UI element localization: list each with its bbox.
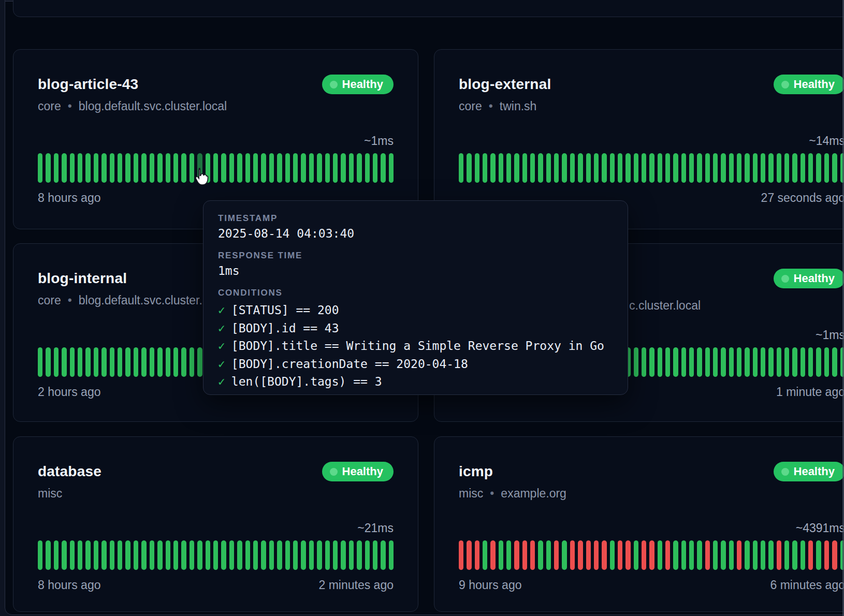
status-bar[interactable] bbox=[213, 540, 218, 570]
status-bar[interactable] bbox=[197, 540, 202, 570]
status-bar[interactable] bbox=[38, 153, 42, 183]
status-bar[interactable] bbox=[38, 347, 42, 377]
status-bar[interactable] bbox=[792, 540, 797, 570]
status-bar[interactable] bbox=[78, 347, 82, 377]
status-bar[interactable] bbox=[554, 540, 559, 570]
service-card-icmp[interactable]: icmp Healthy misc • example.org ~4391ms … bbox=[434, 436, 844, 612]
status-bar[interactable] bbox=[649, 540, 654, 570]
status-bar[interactable] bbox=[490, 540, 495, 570]
status-bar[interactable] bbox=[94, 153, 98, 183]
status-bar[interactable] bbox=[649, 347, 654, 377]
status-bar[interactable] bbox=[38, 540, 42, 570]
status-bar[interactable] bbox=[673, 153, 678, 183]
status-bar[interactable] bbox=[586, 153, 591, 183]
status-bar[interactable] bbox=[357, 153, 361, 183]
status-bar[interactable] bbox=[46, 540, 50, 570]
status-bar[interactable] bbox=[54, 153, 59, 183]
status-bar[interactable] bbox=[118, 153, 122, 183]
status-bar[interactable] bbox=[475, 540, 479, 570]
status-bar[interactable] bbox=[70, 153, 75, 183]
status-bar[interactable] bbox=[125, 153, 130, 183]
status-bar[interactable] bbox=[229, 540, 234, 570]
status-bar[interactable] bbox=[808, 153, 813, 183]
status-bar[interactable] bbox=[253, 153, 258, 183]
status-bar[interactable] bbox=[665, 153, 670, 183]
status-bar[interactable] bbox=[157, 540, 162, 570]
status-bar[interactable] bbox=[768, 153, 773, 183]
status-bar[interactable] bbox=[634, 347, 638, 377]
status-bar[interactable] bbox=[173, 347, 178, 377]
status-bar[interactable] bbox=[166, 540, 170, 570]
status-bar[interactable] bbox=[349, 540, 354, 570]
status-bar[interactable] bbox=[673, 347, 678, 377]
status-bar[interactable] bbox=[808, 347, 813, 377]
status-bar[interactable] bbox=[166, 153, 170, 183]
status-bar[interactable] bbox=[333, 540, 338, 570]
status-bar[interactable] bbox=[705, 347, 710, 377]
status-bar[interactable] bbox=[221, 540, 226, 570]
status-bar[interactable] bbox=[134, 347, 138, 377]
status-bar[interactable] bbox=[157, 347, 162, 377]
status-bar[interactable] bbox=[46, 153, 50, 183]
status-bar[interactable] bbox=[85, 347, 90, 377]
status-bar[interactable] bbox=[562, 153, 566, 183]
status-bar[interactable] bbox=[713, 347, 718, 377]
status-bar[interactable] bbox=[70, 540, 75, 570]
status-bar[interactable] bbox=[761, 540, 765, 570]
status-bar[interactable] bbox=[309, 153, 314, 183]
status-bar[interactable] bbox=[62, 153, 66, 183]
status-bar[interactable] bbox=[325, 540, 330, 570]
status-bar[interactable] bbox=[625, 540, 630, 570]
status-bar[interactable] bbox=[538, 540, 543, 570]
status-bar[interactable] bbox=[134, 153, 138, 183]
status-bar[interactable] bbox=[150, 347, 154, 377]
status-bar[interactable] bbox=[229, 153, 234, 183]
status-bar[interactable] bbox=[349, 153, 354, 183]
status-bar[interactable] bbox=[618, 540, 622, 570]
status-bar[interactable] bbox=[381, 153, 385, 183]
status-bar[interactable] bbox=[784, 153, 789, 183]
status-bar[interactable] bbox=[681, 540, 686, 570]
status-bar[interactable] bbox=[721, 347, 725, 377]
status-bar[interactable] bbox=[285, 540, 290, 570]
status-bar[interactable] bbox=[514, 540, 519, 570]
status-bar[interactable] bbox=[101, 347, 106, 377]
status-bar[interactable] bbox=[697, 347, 702, 377]
status-bar[interactable] bbox=[110, 540, 114, 570]
status-bar[interactable] bbox=[118, 540, 122, 570]
status-bar[interactable] bbox=[389, 153, 394, 183]
status-bar[interactable] bbox=[173, 153, 178, 183]
status-bar[interactable] bbox=[317, 153, 322, 183]
status-bar[interactable] bbox=[125, 540, 130, 570]
status-bar[interactable] bbox=[54, 347, 59, 377]
status-bar[interactable] bbox=[125, 347, 130, 377]
status-bar[interactable] bbox=[357, 540, 361, 570]
status-bar[interactable] bbox=[642, 540, 646, 570]
status-bar[interactable] bbox=[467, 540, 471, 570]
status-bar[interactable] bbox=[110, 153, 114, 183]
status-bar[interactable] bbox=[578, 540, 583, 570]
status-bar[interactable] bbox=[824, 540, 829, 570]
status-bar[interactable] bbox=[586, 540, 591, 570]
status-bar[interactable] bbox=[777, 347, 781, 377]
status-bar[interactable] bbox=[753, 347, 758, 377]
status-bar[interactable] bbox=[729, 540, 734, 570]
status-bar[interactable] bbox=[816, 347, 821, 377]
service-card-database[interactable]: database Healthy misc • ~21ms 8 hours ag… bbox=[13, 436, 418, 612]
status-bar[interactable] bbox=[253, 540, 258, 570]
status-bar[interactable] bbox=[190, 540, 194, 570]
status-bar[interactable] bbox=[634, 153, 638, 183]
status-bar[interactable] bbox=[277, 153, 282, 183]
status-bar[interactable] bbox=[166, 347, 170, 377]
status-bar[interactable] bbox=[753, 540, 758, 570]
status-bar[interactable] bbox=[594, 153, 599, 183]
status-bar[interactable] bbox=[197, 347, 202, 377]
status-bar[interactable] bbox=[499, 153, 503, 183]
status-bar[interactable] bbox=[261, 540, 266, 570]
status-bar[interactable] bbox=[301, 540, 305, 570]
status-bar[interactable] bbox=[808, 540, 813, 570]
status-bar[interactable] bbox=[110, 347, 114, 377]
status-bar[interactable] bbox=[562, 540, 566, 570]
status-bar[interactable] bbox=[46, 347, 50, 377]
status-bar[interactable] bbox=[705, 153, 710, 183]
